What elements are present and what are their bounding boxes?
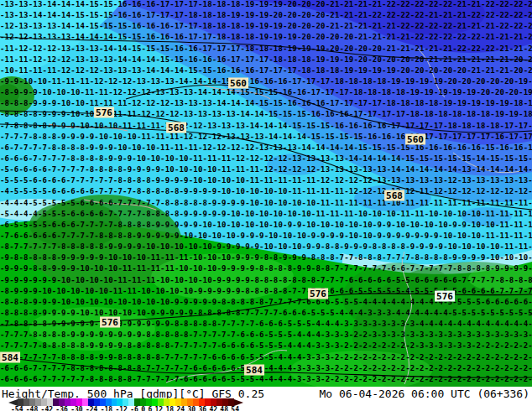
contour-label: 576 — [308, 289, 328, 299]
digit-field: -13-13-13-14-14-14-15-15-16-16-16-17-17-… — [0, 0, 532, 387]
scale-tick-label: -36 — [55, 406, 67, 411]
scale-labels: -54-48-42-36-30-24-18-12-606121824303642… — [11, 406, 239, 411]
temp-row: -6-5-5-5-5-6-6-6-7-7-7-7-8-8-8-8-9-9-9-9… — [0, 221, 532, 232]
contour-label: 584 — [0, 352, 20, 363]
scale-tick-label: 24 — [176, 406, 185, 411]
contour-label: 568 — [166, 122, 186, 133]
map-area: -13-13-13-14-14-14-15-15-16-16-16-17-17-… — [0, 0, 532, 387]
temp-row: -13-13-14-14-14-15-15-15-16-16-17-17-17-… — [0, 11, 532, 22]
temp-row: -7-8-8-8-8-9-9-9-9-9-10-10-9-9-9-9-9-8-8… — [0, 320, 532, 330]
scale-segment — [181, 398, 187, 406]
contour-label: 576 — [100, 317, 120, 328]
scale-tick-label: -24 — [86, 406, 97, 411]
temp-row: -8-9-9-9-10-10-10-11-11-12-12-12-13-13-1… — [0, 88, 532, 99]
scale-segment — [222, 398, 228, 406]
weather-map-frame: -13-13-13-14-14-14-15-15-16-16-16-17-17-… — [0, 0, 532, 411]
temp-row: -5-6-6-6-6-7-7-7-7-8-8-8-8-9-9-9-9-10-10… — [0, 165, 532, 176]
scale-tick-label: 48 — [220, 406, 228, 411]
scale-segment — [152, 398, 158, 406]
scale-tick-label: 12 — [155, 406, 164, 411]
scale-segment — [117, 398, 123, 406]
temp-row: -6-6-6-6-7-7-7-7-7-8-8-8-8-8-7-7-7-7-7-6… — [0, 375, 532, 386]
scale-arrow-left-icon — [8, 399, 18, 406]
temp-row: -7-7-7-8-8-8-9-9-9-9-10-10-10-11-11-11-1… — [0, 133, 532, 143]
scale-tick-label: -48 — [26, 406, 38, 411]
temp-row: -4-4-4-5-5-5-5-5-6-6-6-6-7-7-7-7-7-8-8-8… — [0, 199, 532, 210]
temp-row: -4-5-5-5-5-6-6-6-6-6-7-7-7-7-8-8-8-8-8-9… — [0, 187, 532, 198]
scale-segment — [18, 398, 23, 406]
temp-row: -11-12-12-12-13-13-13-14-14-15-15-15-16-… — [0, 44, 532, 55]
scale-row — [8, 398, 260, 406]
scale-tick-label: -18 — [101, 406, 112, 411]
scale-segment — [47, 398, 53, 406]
temp-row: -9-9-9-8-8-9-9-9-10-10-10-11-11-11-11-10… — [0, 264, 532, 275]
scale-segment — [211, 398, 216, 406]
scale-segment — [228, 398, 234, 406]
valid-time: Mo 06-04-2026 06:00 UTC (06+336) — [320, 388, 529, 400]
temp-row: -6-6-6-7-7-7-7-8-8-8-8-9-9-9-10-10-10-10… — [0, 154, 532, 165]
temp-row: -8-7-7-7-7-7-8-8-8-8-8-9-9-9-9-10-10-10-… — [0, 242, 532, 253]
temp-row: -9-9-10-10-11-11-11-12-12-12-13-13-13-14… — [0, 77, 532, 88]
temp-row: -9-8-8-8-8-8-9-9-9-9-9-10-10-10-11-11-11… — [0, 253, 532, 264]
scale-segment — [106, 398, 112, 406]
scale-segment — [158, 398, 164, 406]
scale-segment — [216, 398, 222, 406]
temp-row: -7-6-6-6-6-6-7-7-7-7-8-8-8-8-9-9-9-9-9-1… — [0, 232, 532, 242]
scale-segment — [76, 398, 82, 406]
temp-row: -12-13-13-13-14-14-15-15-15-16-16-16-17-… — [0, 22, 532, 33]
scale-tick-label: 42 — [209, 406, 217, 411]
scale-segment — [94, 398, 100, 406]
temp-row: -13-13-13-14-14-14-15-15-16-16-16-17-17-… — [0, 0, 532, 11]
scale-segment — [53, 398, 59, 406]
scale-segment — [199, 398, 205, 406]
temp-row: -6-7-7-7-7-7-8-8-8-8-9-9-8-8-8-8-8-7-7-7… — [0, 353, 532, 364]
scale-segment — [146, 398, 152, 406]
contour-label: 560 — [228, 78, 248, 89]
contour-label: 560 — [405, 134, 425, 145]
scale-segment — [112, 398, 117, 406]
scale-tick-label: 18 — [166, 406, 175, 411]
temp-row: -12-12-13-13-13-14-14-14-15-15-16-16-16-… — [0, 33, 532, 44]
scale-segment — [41, 398, 47, 406]
scale-segment — [29, 398, 35, 406]
scale-tick-label: 36 — [198, 406, 206, 411]
scale-segment — [59, 398, 65, 406]
footer-bar: Height/Temp. 500 hPa [gdmp][°C] GFS 0.25… — [0, 387, 532, 411]
scale-segment — [140, 398, 146, 406]
temp-row: -5-4-4-4-5-5-5-6-6-6-6-7-7-7-7-8-8-8-8-9… — [0, 210, 532, 221]
scale-segment — [35, 398, 41, 406]
contour-label: 568 — [384, 190, 404, 201]
scale-segment — [100, 398, 106, 406]
scale-tick-label: -12 — [115, 406, 127, 411]
temperature-scale: -54-48-42-36-30-24-18-12-606121824303642… — [8, 398, 260, 411]
scale-tick-label: -42 — [41, 406, 53, 411]
scale-tick-label: 54 — [231, 406, 239, 411]
scale-segment — [123, 398, 128, 406]
temp-row: -7-7-7-8-8-8-8-9-9-9-9-9-9-9-9-8-8-8-8-8… — [0, 330, 532, 341]
temp-row: -8-8-8-9-9-9-10-10-11-11-11-12-12-12-13-… — [0, 99, 532, 110]
temp-row: -5-5-5-6-6-6-6-7-7-7-7-7-8-8-8-8-9-9-9-9… — [0, 176, 532, 187]
temp-row: -9-9-9-9-9-9-10-10-10-10-11-11-11-10-10-… — [0, 276, 532, 287]
temp-row: -6-6-6-7-7-7-7-8-8-8-8-8-8-8-8-7-7-7-7-7… — [0, 364, 532, 375]
scale-tick-label: -54 — [11, 406, 23, 411]
contour-label: 576 — [94, 107, 114, 118]
scale-tick-label: 0 — [141, 406, 145, 411]
temp-row: -7-8-8-8-8-9-9-9-10-10-10-11-11-11-12-12… — [0, 122, 532, 133]
contour-label: 584 — [244, 365, 264, 376]
scale-tick-label: 6 — [148, 406, 152, 411]
scale-segment — [88, 398, 94, 406]
scale-tick-label: -30 — [70, 406, 82, 411]
temp-row: -11-11-12-12-12-13-13-13-14-14-14-15-15-… — [0, 55, 532, 66]
scale-tick-label: -6 — [130, 406, 138, 411]
scale-arrow-right-icon — [234, 399, 243, 406]
scale-segment — [82, 398, 88, 406]
scale-segment — [70, 398, 76, 406]
contour-label: 576 — [435, 291, 455, 302]
temp-row: -8-8-8-8-9-9-9-9-10-10-10-10-10-9-9-9-9-… — [0, 309, 532, 320]
scale-segment — [193, 398, 199, 406]
temp-row: -7-7-7-7-8-8-8-8-8-9-9-9-9-8-8-8-8-8-7-7… — [0, 341, 532, 352]
scale-color-bar — [18, 398, 234, 406]
temp-row: -10-11-11-11-12-12-12-13-13-13-14-14-14-… — [0, 66, 532, 77]
scale-segment — [128, 398, 134, 406]
temp-row: -6-7-7-7-7-8-8-8-8-9-9-9-10-10-10-11-11-… — [0, 143, 532, 154]
